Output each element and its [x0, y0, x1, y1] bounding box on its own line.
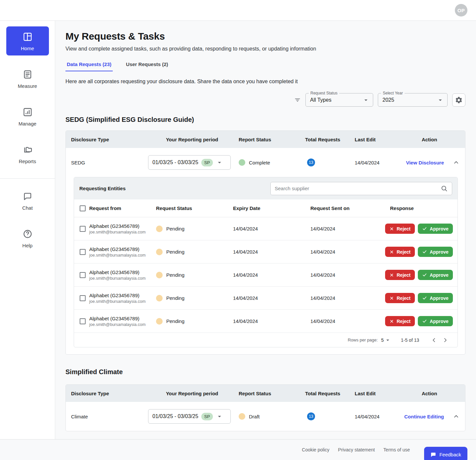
panel-title: Requesting Entities — [79, 186, 126, 191]
status-dot — [156, 318, 163, 325]
sidebar-item-label: Measure — [18, 83, 37, 89]
sidebar-item-label: Help — [22, 243, 33, 248]
request-status-cell: Pending — [156, 295, 233, 301]
view-disclosure-link[interactable]: View Disclosure — [406, 160, 444, 165]
select-all-checkbox[interactable] — [80, 205, 86, 211]
pagination-bar: Rows per page: 5 1-5 of 13 — [74, 333, 457, 347]
sidebar-item-home[interactable]: Home — [6, 26, 49, 55]
requester-name: Alphabet (G23456789) — [89, 269, 156, 275]
column-header: Report Status — [233, 391, 300, 396]
reject-label: Reject — [397, 272, 411, 278]
chevron-down-icon — [216, 159, 223, 166]
request-status: Pending — [166, 226, 184, 231]
reject-button[interactable]: Reject — [385, 316, 415, 326]
reject-button[interactable]: Reject — [385, 247, 415, 257]
next-page-icon[interactable] — [440, 335, 451, 346]
page-title: My Requests & Tasks — [65, 31, 465, 42]
sidebar-item-label: Home — [21, 46, 34, 51]
manage-chart-icon — [22, 107, 33, 117]
privacy-statement-link[interactable]: Privacy statement — [338, 447, 375, 452]
search-icon[interactable] — [441, 185, 448, 192]
requester-email: joe.smith@bursamalaysia.com — [89, 299, 156, 304]
gear-icon — [455, 96, 463, 104]
approve-button[interactable]: Approve — [418, 224, 453, 234]
column-header: Action — [396, 137, 465, 142]
chevron-down-icon — [384, 337, 391, 343]
status-dot — [156, 295, 163, 301]
user-avatar[interactable]: OP — [455, 4, 467, 17]
select-year-select[interactable]: Select Year 2025 — [378, 93, 448, 107]
column-header: Action — [396, 391, 465, 396]
rows-per-page-value[interactable]: 5 — [381, 337, 384, 343]
sidebar-item-help[interactable]: Help — [6, 224, 49, 253]
period-tag: SP — [201, 413, 213, 420]
tab-data-requests[interactable]: Data Requests (23) — [65, 59, 113, 71]
sidebar-item-chat[interactable]: Chat — [6, 186, 49, 215]
column-header: Disclosure Type — [66, 137, 148, 142]
reporting-period-select[interactable]: 01/03/25 - 03/03/25 SP — [148, 155, 231, 170]
help-question-icon — [22, 229, 33, 239]
entity-row: Alphabet (G23456789) joe.smith@bursamala… — [74, 240, 457, 264]
chat-bubble-icon — [22, 191, 33, 201]
collapse-chevron-icon[interactable] — [453, 413, 460, 420]
tab-user-requests[interactable]: User Requests (2) — [125, 59, 170, 71]
continue-editing-link[interactable]: Continue Editing — [404, 414, 444, 419]
previous-page-icon[interactable] — [428, 335, 440, 346]
select-label: Select Year — [381, 91, 405, 95]
approve-label: Approve — [430, 272, 449, 278]
reject-button[interactable]: Reject — [385, 293, 415, 303]
approve-button[interactable]: Approve — [418, 270, 453, 280]
row-checkbox[interactable] — [80, 272, 86, 278]
expiry-date: 14/04/2024 — [233, 249, 310, 255]
request-sent-on: 14/04/2024 — [310, 295, 385, 301]
requester-email: joe.smith@bursamalaysia.com — [89, 322, 156, 327]
column-header: Total Requests — [300, 391, 349, 396]
request-status-cell: Pending — [156, 318, 233, 325]
sidebar-item-measure[interactable]: Measure — [6, 64, 49, 93]
chevron-down-icon — [362, 96, 370, 104]
footer: Cookie policy Privacy statement Terms of… — [0, 439, 476, 460]
search-supplier-input[interactable] — [275, 186, 437, 191]
approve-button[interactable]: Approve — [418, 247, 453, 257]
list-description: Here are all corporates requesting your … — [65, 79, 465, 85]
total-requests-badge: 13 — [307, 412, 315, 420]
request-status-select[interactable]: Request Status All Types — [305, 93, 373, 107]
expiry-date: 14/04/2024 — [233, 272, 310, 278]
approve-button[interactable]: Approve — [418, 293, 453, 303]
entity-row: Alphabet (G23456789) joe.smith@bursamala… — [74, 310, 457, 333]
climate-table-card: Disclosure Type Your Reporting period Re… — [65, 384, 465, 431]
terms-of-use-link[interactable]: Terms of use — [383, 447, 410, 452]
filter-icon[interactable] — [294, 97, 301, 103]
reporting-period-select[interactable]: 01/03/25 - 03/03/25 SP — [148, 409, 231, 424]
requesting-entities-wrap: Requesting Entities Request from Request… — [66, 177, 465, 354]
column-header: Request Status — [156, 205, 233, 211]
request-sent-on: 14/04/2024 — [310, 249, 385, 255]
status-dot — [239, 413, 245, 420]
column-header: Request Sent on — [310, 205, 385, 211]
select-label: Request Status — [309, 91, 339, 95]
reject-button[interactable]: Reject — [385, 224, 415, 234]
collapse-chevron-icon[interactable] — [453, 159, 460, 166]
row-checkbox[interactable] — [80, 295, 86, 301]
tab-bar: Data Requests (23) User Requests (2) — [65, 59, 465, 71]
feedback-button[interactable]: Feedback — [424, 447, 467, 460]
sidebar-item-reports[interactable]: Reports — [6, 139, 49, 168]
entity-row: Alphabet (G23456789) joe.smith@bursamala… — [74, 264, 457, 287]
entity-row: Alphabet (G23456789) joe.smith@bursamala… — [74, 287, 457, 310]
feedback-label: Feedback — [439, 452, 461, 457]
reject-label: Reject — [397, 249, 411, 255]
expiry-date: 14/04/2024 — [233, 295, 310, 301]
approve-button[interactable]: Approve — [418, 316, 453, 326]
row-checkbox[interactable] — [80, 318, 86, 324]
total-requests-badge: 13 — [307, 159, 315, 166]
row-checkbox[interactable] — [80, 226, 86, 232]
request-status: Pending — [166, 272, 184, 278]
status-dot — [239, 159, 245, 166]
cookie-policy-link[interactable]: Cookie policy — [302, 447, 329, 452]
row-checkbox[interactable] — [80, 249, 86, 255]
settings-button[interactable] — [452, 93, 465, 107]
column-header: Total Requests — [300, 137, 349, 142]
column-header: Request from — [89, 205, 156, 211]
reject-button[interactable]: Reject — [385, 270, 415, 280]
sidebar-item-manage[interactable]: Manage — [6, 102, 49, 131]
